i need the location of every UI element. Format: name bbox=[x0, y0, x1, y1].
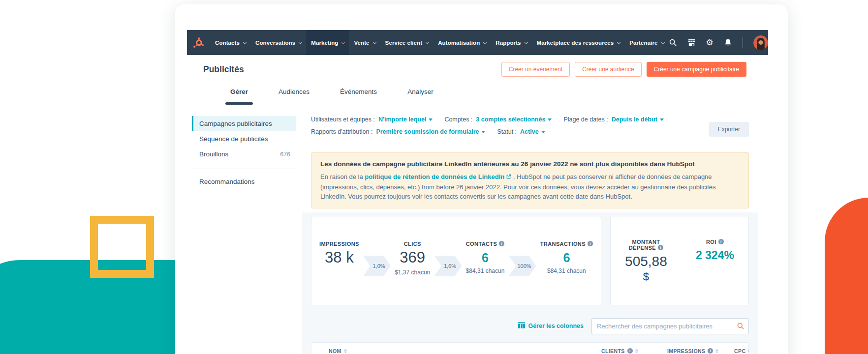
sidebar-item-label: Séquence de publicités bbox=[199, 135, 268, 143]
info-icon[interactable] bbox=[708, 348, 713, 354]
metric-label: IMPRESSIONS bbox=[319, 241, 359, 247]
nav-item-marketing[interactable]: Marketing bbox=[306, 30, 349, 55]
search-icon[interactable] bbox=[737, 322, 744, 332]
nav-item-automatisation[interactable]: Automatisation bbox=[433, 30, 491, 55]
metric-label: CLICS bbox=[404, 241, 421, 247]
sidebar-item-label: Campagnes publicitaires bbox=[199, 120, 272, 127]
filter-date-range-dropdown[interactable]: Depuis le début bbox=[612, 116, 664, 123]
external-link-icon bbox=[506, 173, 511, 182]
metric-label: MONTANT bbox=[632, 239, 660, 245]
decor-yellow-square bbox=[90, 216, 154, 278]
column-label: CPC bbox=[734, 348, 745, 354]
info-icon[interactable] bbox=[627, 348, 633, 354]
nav-item-label: Marketplace des ressources bbox=[537, 40, 614, 46]
sidebar-item-recommandations[interactable]: Recommandations bbox=[192, 174, 296, 189]
create-event-button[interactable]: Créer un événement bbox=[501, 62, 570, 77]
filter-accounts-dropdown[interactable]: 3 comptes sélectionnés bbox=[476, 116, 552, 123]
metric-contacts: CONTACTS 6 $84,31 chacun bbox=[466, 241, 505, 274]
metric-value: 6 bbox=[466, 251, 505, 265]
info-icon[interactable] bbox=[658, 245, 663, 250]
spend-roi-card: MONTANT DÉPENSÉ 505,88 $ ROI 2 324% bbox=[610, 217, 749, 305]
info-icon[interactable] bbox=[718, 239, 724, 244]
column-header-impressions[interactable]: IMPRESSIONS bbox=[667, 348, 718, 354]
filter-row-2: Rapports d'attribution : Première soumis… bbox=[311, 128, 702, 135]
tab-gerer[interactable]: Gérer bbox=[229, 81, 249, 104]
chevron-down-icon bbox=[341, 40, 345, 44]
search-icon[interactable] bbox=[669, 38, 677, 47]
sidebar-item-brouillons[interactable]: Brouillons 676 bbox=[192, 147, 296, 162]
page-header: Publicités Créer un événement Créer une … bbox=[203, 60, 746, 78]
nav-item-label: Marketing bbox=[311, 40, 338, 46]
info-icon[interactable] bbox=[588, 241, 593, 246]
nav-item-conversations[interactable]: Conversations bbox=[250, 30, 306, 55]
chevron-down-icon bbox=[483, 40, 487, 44]
column-header-clients[interactable]: CLIENTS bbox=[601, 348, 638, 354]
metric-roi: ROI 2 324% bbox=[696, 239, 734, 262]
nav-item-label: Vente bbox=[354, 40, 369, 46]
filter-label: Comptes : bbox=[444, 116, 472, 123]
marketplace-icon[interactable] bbox=[687, 38, 696, 47]
create-audience-button[interactable]: Créer une audience bbox=[575, 62, 641, 77]
filter-value: 3 comptes sélectionnés bbox=[476, 116, 545, 123]
filter-value: Active bbox=[520, 128, 539, 135]
nav-item-marketplace-ressources[interactable]: Marketplace des ressources bbox=[532, 30, 625, 55]
nav-item-contacts[interactable]: Contacts bbox=[210, 30, 250, 55]
tab-analyser[interactable]: Analyser bbox=[406, 81, 434, 104]
nav-item-label: Conversations bbox=[255, 40, 295, 46]
filter-status-dropdown[interactable]: Active bbox=[520, 128, 545, 135]
nav-item-label: Contacts bbox=[215, 40, 240, 46]
export-button[interactable]: Exporter bbox=[709, 122, 749, 137]
dropdown-caret-icon bbox=[541, 131, 545, 133]
filter-attribution-reports: Rapports d'attribution : Première soumis… bbox=[311, 128, 485, 135]
metric-value: 2 324% bbox=[696, 249, 734, 262]
hubspot-logo-icon[interactable] bbox=[187, 30, 210, 55]
campaign-search-input[interactable] bbox=[591, 318, 749, 334]
user-avatar[interactable] bbox=[753, 35, 768, 50]
nav-item-label: Partenaire bbox=[629, 40, 657, 46]
settings-gear-icon[interactable]: ⚙ bbox=[706, 38, 713, 47]
filter-status: Statut : Active bbox=[497, 128, 545, 135]
sort-icon bbox=[715, 349, 718, 353]
filter-attribution-dropdown[interactable]: Première soumission de formulaire bbox=[376, 128, 485, 135]
column-header-cpc[interactable]: CPC bbox=[734, 348, 749, 354]
filter-row-1: Utilisateurs et équipes : N'importe lequ… bbox=[311, 116, 702, 123]
conversion-rate-badge: 1,0% bbox=[363, 256, 391, 276]
filter-users-teams-dropdown[interactable]: N'importe lequel bbox=[378, 116, 433, 123]
nav-item-vente[interactable]: Vente bbox=[349, 30, 380, 55]
filter-users-teams: Utilisateurs et équipes : N'importe lequ… bbox=[311, 116, 433, 123]
create-ad-campaign-button[interactable]: Créer une campagne publicitaire bbox=[647, 62, 746, 77]
notifications-bell-icon[interactable] bbox=[724, 38, 732, 47]
manage-columns-link[interactable]: Gérer les colonnes bbox=[518, 322, 584, 330]
top-navbar: Contacts Conversations Marketing Vente S… bbox=[187, 30, 768, 55]
info-icon[interactable] bbox=[499, 241, 504, 246]
column-header-nom[interactable]: NOM bbox=[329, 348, 347, 354]
campaign-search bbox=[591, 318, 749, 334]
tab-evenements[interactable]: Événements bbox=[339, 81, 378, 104]
dropdown-caret-icon bbox=[548, 118, 552, 121]
nav-item-service-client[interactable]: Service client bbox=[380, 30, 434, 55]
nav-item-rapports[interactable]: Rapports bbox=[491, 30, 531, 55]
filter-label: Plage de dates : bbox=[563, 116, 608, 123]
user-menu-caret-icon[interactable] bbox=[778, 40, 782, 44]
brouillons-count-badge: 676 bbox=[280, 151, 290, 158]
filter-label: Statut : bbox=[497, 128, 517, 135]
decor-orange-blob bbox=[825, 198, 868, 354]
nav-menu: Contacts Conversations Marketing Vente S… bbox=[210, 30, 669, 55]
info-icon[interactable] bbox=[748, 348, 749, 354]
metric-montant-depense: MONTANT DÉPENSÉ 505,88 $ bbox=[625, 239, 667, 283]
nav-item-partenaire[interactable]: Partenaire bbox=[624, 30, 668, 55]
tab-audiences[interactable]: Audiences bbox=[278, 81, 310, 104]
main-content: Utilisateurs et équipes : N'importe lequ… bbox=[311, 116, 749, 354]
column-label: IMPRESSIONS bbox=[667, 348, 705, 354]
banner-link-text: politique de rétention de données de Lin… bbox=[365, 173, 504, 180]
sidebar-item-campagnes-publicitaires[interactable]: Campagnes publicitaires bbox=[192, 116, 296, 131]
linkedin-retention-policy-link[interactable]: politique de rétention de données de Lin… bbox=[365, 173, 511, 180]
nav-item-label: Automatisation bbox=[438, 40, 480, 46]
funnel-stats-card: IMPRESSIONS 38 k 1,0% CLICS 369 $1,37 ch… bbox=[311, 217, 601, 305]
sidebar-item-sequence-de-publicites[interactable]: Séquence de publicités bbox=[192, 131, 296, 147]
metric-clics: CLICS 369 $1,37 chacun bbox=[395, 241, 430, 276]
page-title: Publicités bbox=[203, 64, 244, 75]
chevron-down-icon bbox=[243, 40, 247, 44]
metric-value: 369 bbox=[395, 249, 430, 266]
chevron-down-icon bbox=[524, 40, 528, 44]
